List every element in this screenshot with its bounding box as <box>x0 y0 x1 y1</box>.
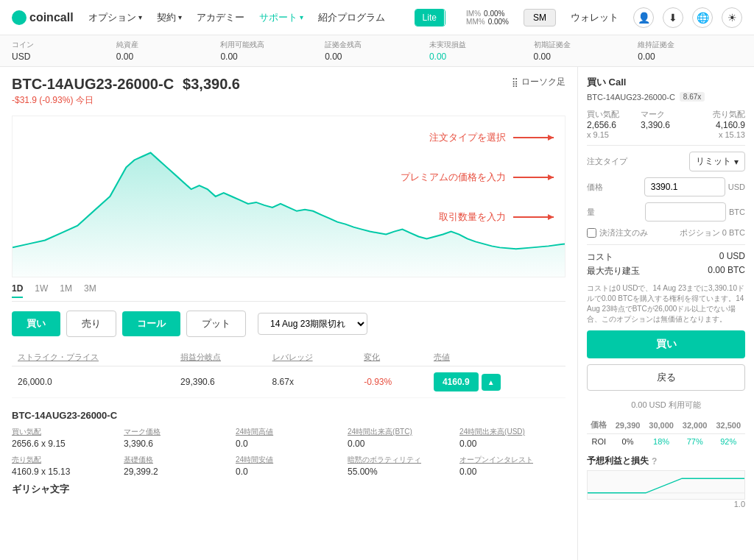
order-type-select[interactable]: リミット ▾ <box>689 152 745 171</box>
bid-col: 買い気配 2,656.6 x 9.15 <box>587 109 638 139</box>
question-icon: ? <box>652 456 657 467</box>
price-chart: 注文タイプを選択 プレミアムの価格を入力 取引数量を入力 <box>12 116 566 277</box>
left-panel: BTC-14AUG23-26000-C $3,390.6 -$31.9 (-0.… <box>0 67 577 560</box>
position-display: ポジション 0 BTC <box>680 227 745 238</box>
header-stats: IM% 0.00% MM% 0.00% <box>466 10 509 26</box>
chevron-down-icon: ▾ <box>138 13 142 21</box>
chart-type[interactable]: ⣿ ローソク足 <box>512 76 566 88</box>
roi-row: ROI 0% 18% 77% 92% <box>587 434 745 450</box>
strike-value: 26,000.0 <box>12 366 175 398</box>
col-leverage: レバレッジ <box>267 349 359 366</box>
max-sell-row: 最大売り建玉 0.00 BTC <box>587 265 745 277</box>
mm-value: 0.00% <box>488 18 509 26</box>
trade-controls: 買い 売り コール プット 14 Aug 23期限切れ <box>12 311 566 337</box>
logo: coincall <box>12 10 74 25</box>
pf-initial-margin: 初期証拠金 0.00 <box>534 40 638 62</box>
price-input[interactable] <box>644 177 725 196</box>
detail-high: 24時間高値 0.0 <box>236 427 342 449</box>
nav-support[interactable]: サポート ▾ <box>259 11 303 24</box>
pf-net-assets: 純資産 0.00 <box>116 40 221 62</box>
rp-description: コストは0 USDで、14 Aug 23までに3,390.10ドルで0.00 B… <box>587 283 745 325</box>
instrument-change: -$31.9 (-0.93%) 今日 <box>12 94 240 107</box>
col-change: 変化 <box>358 349 428 366</box>
back-button[interactable]: 戻る <box>587 364 745 391</box>
call-button[interactable]: コール <box>122 311 180 336</box>
mark-col: マーク 3,390.6 <box>641 109 691 139</box>
pf-margin: 証拠金残高 0.00 <box>325 40 429 62</box>
time-3m[interactable]: 3M <box>84 283 96 298</box>
price-row: 価格 USD <box>587 177 745 196</box>
header-icons: 👤 ⬇ 🌐 ☀ <box>633 7 742 28</box>
wallet-link[interactable]: ウォレット <box>571 11 619 24</box>
order-type-row: 注文タイプ リミット ▾ <box>587 152 745 171</box>
lite-button[interactable]: Lite <box>415 10 444 26</box>
sm-button[interactable]: SM <box>524 9 556 26</box>
nav-contract[interactable]: 契約 ▾ <box>157 11 182 24</box>
ask-col: 売り気配 4,160.9 x 15.13 <box>694 109 745 139</box>
detail-vol-usd: 24時間出来高(USD) 0.00 <box>459 427 566 449</box>
pf-coin: コイン USD <box>12 40 116 62</box>
qty-input[interactable] <box>645 202 726 221</box>
detail-grid-1: 買い気配 2656.6 x 9.15 マーク価格 3,390.6 24時間高値 … <box>12 427 566 449</box>
detail-mark: マーク価格 3,390.6 <box>124 427 230 449</box>
chevron-down-icon: ▾ <box>178 13 182 21</box>
lite-pro-toggle: Lite Pro <box>415 9 446 26</box>
sell-price-tag[interactable]: 4160.9 <box>434 372 479 391</box>
logo-text: coincall <box>29 11 74 24</box>
qty-row: 量 BTC <box>587 202 745 221</box>
account-icon[interactable]: 👤 <box>633 7 654 28</box>
main-layout: BTC-14AUG23-26000-C $3,390.6 -$31.9 (-0.… <box>0 67 754 560</box>
pf-available: 利用可能残高 0.00 <box>220 40 325 62</box>
pf-unrealized: 未実現損益 0.00 <box>429 40 534 62</box>
detail-section: BTC-14AUG23-26000-C 買い気配 2656.6 x 9.15 マ… <box>12 410 566 496</box>
im-value: 0.00% <box>484 10 504 18</box>
price-col-3: 32,000 <box>678 417 712 434</box>
price-col-2: 30,000 <box>644 417 678 434</box>
detail-basis: 基礎価格 29,399.2 <box>124 455 230 477</box>
buy-button[interactable]: 買い <box>12 311 60 336</box>
pf-maint-margin: 維持証拠金 0.00 <box>638 40 742 62</box>
close-only-checkbox[interactable] <box>587 228 596 238</box>
col-strike: ストライク・プライス <box>12 349 175 366</box>
pro-button[interactable]: Pro <box>444 10 445 26</box>
chevron-down-icon: ▾ <box>300 13 303 21</box>
download-icon[interactable]: ⬇ <box>663 7 683 28</box>
sell-expand-button[interactable]: ▲ <box>482 374 501 391</box>
theme-icon[interactable]: ☀ <box>722 7 742 28</box>
sell-button[interactable]: 売り <box>66 311 116 337</box>
profit-value: 1.0 <box>587 500 745 508</box>
detail-iv: 暗黙のボラティリティ 55.00% <box>348 455 454 477</box>
main-buy-button[interactable]: 買い <box>587 330 745 358</box>
time-1d[interactable]: 1D <box>12 283 23 298</box>
candlestick-icon: ⣿ <box>512 77 518 88</box>
price-col-4: 32,500 <box>711 417 745 434</box>
change-value: -0.93% <box>358 366 428 398</box>
leverage-value: 8.67x <box>267 366 359 398</box>
nav-referral[interactable]: 紹介プログラム <box>318 11 385 24</box>
detail-title: BTC-14AUG23-26000-C <box>12 410 566 421</box>
col-breakeven: 損益分岐点 <box>175 349 267 366</box>
put-button[interactable]: プット <box>186 311 246 337</box>
detail-ask: 売り気配 4160.9 x 15.13 <box>12 455 118 477</box>
time-1m[interactable]: 1M <box>60 283 72 298</box>
profit-chart <box>587 470 745 500</box>
breakeven-value: 29,390.6 <box>175 366 267 398</box>
globe-icon[interactable]: 🌐 <box>692 7 713 28</box>
detail-bid: 買い気配 2656.6 x 9.15 <box>12 427 118 449</box>
price-col-1: 29,390 <box>611 417 645 434</box>
logo-icon <box>12 10 27 25</box>
time-1w[interactable]: 1W <box>35 283 48 298</box>
nav-options[interactable]: オプション ▾ <box>88 11 142 24</box>
im-label: IM% <box>466 10 481 18</box>
nav-academy[interactable]: アカデミー <box>197 11 244 24</box>
expiry-select[interactable]: 14 Aug 23期限切れ <box>258 313 367 335</box>
time-selector: 1D 1W 1M 3M <box>12 283 566 302</box>
detail-low: 24時間安値 0.0 <box>236 455 342 477</box>
close-only-row: 決済注文のみ ポジション 0 BTC <box>587 227 745 238</box>
detail-vol-btc: 24時間出来高(BTC) 0.00 <box>348 427 454 449</box>
cost-row: コスト 0 USD <box>587 251 745 263</box>
sell-value: 4160.9 ▲ <box>428 366 566 398</box>
options-table: ストライク・プライス 損益分岐点 レバレッジ 変化 売値 26,000.0 29… <box>12 349 566 398</box>
right-panel: 買い Call BTC-14AUG23-26000-C 8.67x 買い気配 2… <box>577 67 754 560</box>
instrument-title: BTC-14AUG23-26000-C $3,390.6 <box>12 76 240 93</box>
